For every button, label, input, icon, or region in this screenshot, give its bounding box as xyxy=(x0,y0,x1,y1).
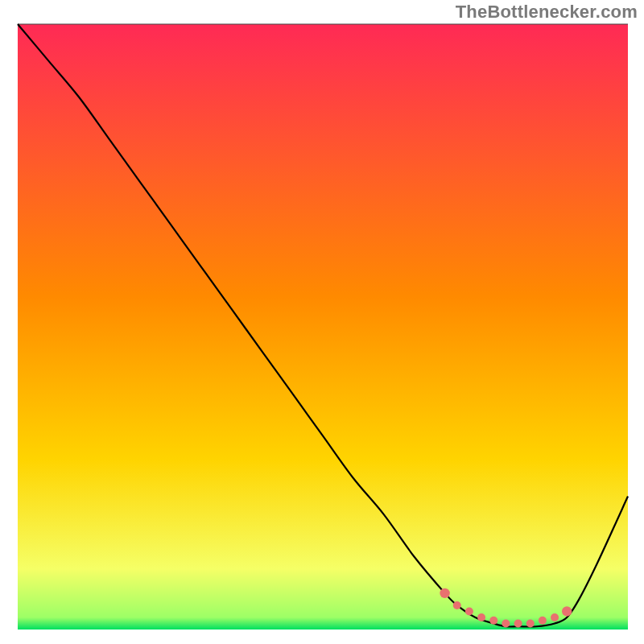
gradient-background xyxy=(18,24,628,630)
plot-area xyxy=(18,24,628,630)
sweet-spot-point xyxy=(502,619,510,627)
sweet-spot-point xyxy=(465,607,473,615)
chart-container: { "attribution": "TheBottlenecker.com", … xyxy=(0,0,644,644)
sweet-spot-point xyxy=(551,613,559,621)
sweet-spot-point xyxy=(440,588,449,598)
sweet-spot-point xyxy=(489,617,497,625)
sweet-spot-point xyxy=(526,619,535,627)
bottleneck-chart xyxy=(0,0,644,644)
sweet-spot-point xyxy=(562,606,572,616)
sweet-spot-point xyxy=(477,613,485,621)
sweet-spot-point xyxy=(453,601,461,609)
sweet-spot-point xyxy=(514,619,522,627)
sweet-spot-point xyxy=(539,617,547,625)
